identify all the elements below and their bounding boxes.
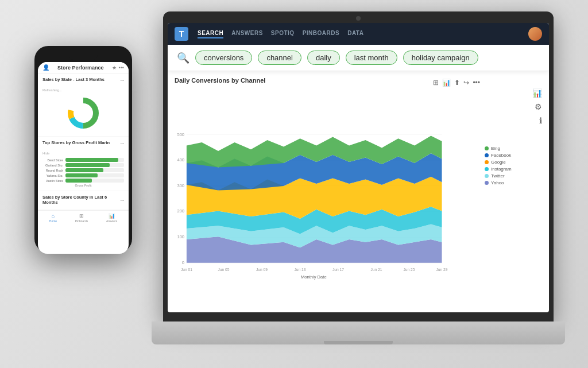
nav-item-search[interactable]: SEARCH <box>198 30 223 38</box>
phone-section-gross-profit: Top Stores by Gross Profit Marin ••• Hid… <box>38 137 129 191</box>
svg-text:Jun 25: Jun 25 <box>404 268 415 272</box>
phone-nav-pinboards-label: Pinboards <box>75 219 88 223</box>
scene: T SEARCH ANSWERS SPOTIQ PINBOARDS DATA 🔍… <box>0 0 588 368</box>
chart-svg: 500 400 300 200 100 0 <box>175 92 480 312</box>
side-icon-info[interactable]: ℹ <box>539 116 542 125</box>
phone-nav-pinboards[interactable]: ⊞ Pinboards <box>75 213 88 223</box>
legend-label-instagram: Instagram <box>491 166 512 172</box>
svg-text:Jun 13: Jun 13 <box>295 268 306 272</box>
phone-title: Store Performance <box>49 65 112 71</box>
chart-icon-table[interactable]: ⊞ <box>433 79 439 87</box>
phone-notch <box>69 52 98 60</box>
phone-nav-pinboards-icon: ⊞ <box>79 213 84 219</box>
phone-bar-label-4: Yakima Sto. <box>42 174 63 177</box>
phone-nav-answers-icon: 📊 <box>109 213 115 219</box>
phone-nav-home-label: Home <box>49 219 57 223</box>
phone-header-actions: ★ ••• <box>112 65 124 71</box>
phone-section-more-3[interactable]: ••• <box>121 199 124 202</box>
legend-label-yahoo: Yahoo <box>491 180 504 185</box>
phone-bar-fill-4 <box>65 173 98 177</box>
nav-item-pinboards[interactable]: PINBOARDS <box>303 30 340 38</box>
svg-text:Jun 17: Jun 17 <box>332 268 344 272</box>
phone-section-sub-1: Refreshing... <box>42 88 62 92</box>
svg-text:Jun 01: Jun 01 <box>181 268 192 272</box>
legend-label-twitter: Twitter <box>491 173 505 179</box>
screen-nav: T SEARCH ANSWERS SPOTIQ PINBOARDS DATA <box>168 23 549 45</box>
phone-bar-fill-1 <box>65 158 118 162</box>
svg-text:Jun 09: Jun 09 <box>256 268 268 272</box>
phone-bar-row-1: Bend Store <box>42 158 124 162</box>
nav-logo: T <box>175 27 188 41</box>
chart-icon-share[interactable]: ↪ <box>463 79 469 87</box>
legend-dot-yahoo <box>485 181 489 185</box>
phone-section-county: Sales by Store County in Last 6 Months •… <box>38 191 129 210</box>
phone-section-title-1: Sales by State - Last 3 Months <box>42 77 105 82</box>
phone-section-sales-state: Sales by State - Last 3 Months ••• Refre… <box>38 73 129 137</box>
phone-bar-chart: Bend Store Garland Sto. Round Rock Yakim… <box>42 158 124 187</box>
legend-google: Google <box>485 160 542 165</box>
phone-more-icon[interactable]: ••• <box>119 65 124 71</box>
phone-star-icon[interactable]: ★ <box>112 65 117 71</box>
phone-profile-icon: 👤 <box>42 64 49 71</box>
phone-bar-fill-3 <box>65 168 103 172</box>
phone-nav-answers-label: Answers <box>106 219 117 223</box>
side-icon-settings[interactable]: ⚙ <box>535 102 542 111</box>
svg-text:400: 400 <box>177 157 184 162</box>
svg-text:100: 100 <box>177 234 184 239</box>
phone: 👤 Store Performance ★ ••• Sales by State… <box>34 46 132 253</box>
side-icon-chart[interactable]: 📊 <box>532 88 542 98</box>
phone-section-title-3: Sales by Store County in Last 6 Months <box>42 195 121 205</box>
svg-text:500: 500 <box>177 132 184 137</box>
svg-text:0: 0 <box>182 260 184 265</box>
legend-yahoo: Yahoo <box>485 180 542 185</box>
legend-dot-bing <box>485 146 489 150</box>
legend-dot-twitter <box>485 174 489 178</box>
phone-section-more-1[interactable]: ••• <box>121 79 124 82</box>
phone-bar-fill-5 <box>65 179 92 183</box>
laptop-base <box>152 321 565 344</box>
chart-icon-bar[interactable]: 📊 <box>442 79 451 87</box>
phone-bar-label-3: Round Rock <box>42 169 63 172</box>
legend-twitter: Twitter <box>485 173 542 179</box>
search-tag-holiday-campaign[interactable]: holiday campaign <box>403 51 478 65</box>
phone-bar-label-2: Garland Sto. <box>42 164 63 167</box>
laptop-camera <box>356 16 361 21</box>
search-bar: 🔍 conversions channel daily last month h… <box>168 45 549 71</box>
phone-nav-home[interactable]: ⌂ Home <box>49 213 57 223</box>
phone-section-title-2: Top Stores by Gross Profit Marin <box>42 140 110 145</box>
svg-text:Jun 21: Jun 21 <box>371 268 382 272</box>
search-tag-channel[interactable]: channel <box>258 51 301 65</box>
legend-dot-google <box>485 160 489 164</box>
legend-label-bing: Bing <box>491 146 500 151</box>
user-avatar[interactable] <box>528 27 542 41</box>
chart-title: Daily Conversions by Channel <box>175 77 265 84</box>
chart-icon-more[interactable]: ••• <box>473 79 480 87</box>
phone-nav-answers[interactable]: 📊 Answers <box>106 213 117 223</box>
legend-label-google: Google <box>491 160 506 165</box>
legend-bing: Bing <box>485 146 542 151</box>
phone-section-more-2[interactable]: ••• <box>121 142 124 145</box>
phone-bar-row-5: Austin Store <box>42 179 124 183</box>
laptop-body: T SEARCH ANSWERS SPOTIQ PINBOARDS DATA 🔍… <box>163 11 554 321</box>
phone-header: 👤 Store Performance ★ ••• <box>38 62 129 73</box>
phone-section-sub-2: Hide <box>42 152 49 155</box>
phone-bar-label-5: Austin Store <box>42 179 63 183</box>
search-tag-daily[interactable]: daily <box>307 51 340 65</box>
phone-screen: 👤 Store Performance ★ ••• Sales by State… <box>38 62 129 254</box>
chart-icon-upload[interactable]: ⬆ <box>454 79 460 87</box>
laptop-screen: T SEARCH ANSWERS SPOTIQ PINBOARDS DATA 🔍… <box>168 23 549 312</box>
legend-dot-facebook <box>485 153 489 157</box>
svg-text:300: 300 <box>177 183 184 188</box>
svg-text:Jun 29: Jun 29 <box>436 268 448 272</box>
phone-bar-x-label: Gross Profit <box>42 184 124 187</box>
svg-point-24 <box>74 104 92 122</box>
nav-item-spotiq[interactable]: SPOTIQ <box>271 30 295 38</box>
search-tag-last-month[interactable]: last month <box>346 51 397 65</box>
chart-main: Daily Conversions by Channel ⊞ 📊 ⬆ ↪ ••• <box>175 77 480 307</box>
svg-text:200: 200 <box>177 208 184 214</box>
phone-bar-fill-2 <box>65 163 110 167</box>
search-tag-conversions[interactable]: conversions <box>195 51 252 65</box>
svg-text:Jun 05: Jun 05 <box>218 268 230 272</box>
nav-item-answers[interactable]: ANSWERS <box>231 30 263 38</box>
nav-item-data[interactable]: DATA <box>347 30 363 38</box>
